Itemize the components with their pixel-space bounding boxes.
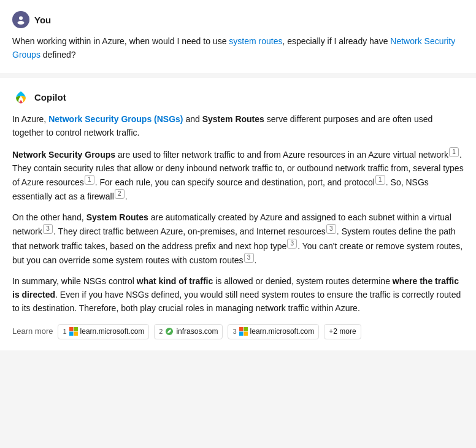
microsoft-icon-1 <box>69 327 78 336</box>
cite-3a[interactable]: 3 <box>43 224 53 234</box>
svg-rect-2 <box>69 327 74 331</box>
cite-1b[interactable]: 1 <box>85 175 94 185</box>
user-name: You <box>34 15 51 25</box>
copilot-para-2: Network Security Groups are used to filt… <box>12 147 464 204</box>
copilot-message-block: Copilot In Azure, Network Security Group… <box>0 78 476 350</box>
cite-1c[interactable]: 1 <box>375 175 385 185</box>
more-sources-label: +2 more <box>329 326 356 338</box>
svg-point-1 <box>18 21 25 25</box>
cite-2a[interactable]: 2 <box>115 189 125 199</box>
source-num-3: 3 <box>232 326 236 338</box>
learn-more-label: Learn more <box>12 325 53 338</box>
source-num-2: 2 <box>159 326 163 338</box>
cite-3d[interactable]: 3 <box>244 253 254 263</box>
copilot-message-header: Copilot <box>12 89 464 106</box>
copilot-response: In Azure, Network Security Groups (NSGs)… <box>12 112 464 339</box>
svg-rect-7 <box>239 327 244 331</box>
user-message-header: You <box>12 11 464 28</box>
svg-rect-9 <box>239 332 244 336</box>
copilot-para-4: In summary, while NSGs control what kind… <box>12 274 464 315</box>
copilot-avatar <box>12 89 29 106</box>
learn-more-bar: Learn more 1 learn.microsoft.com 2 <box>12 324 464 339</box>
cite-1a[interactable]: 1 <box>449 147 459 157</box>
source-domain-1: learn.microsoft.com <box>80 326 145 338</box>
cite-3c[interactable]: 3 <box>287 239 297 249</box>
svg-rect-5 <box>74 332 78 336</box>
microsoft-icon-3 <box>239 327 248 336</box>
more-sources-chip[interactable]: +2 more <box>324 324 361 339</box>
source-domain-2: infrasos.com <box>176 326 218 338</box>
user-message-block: You When working within in Azure, when w… <box>0 0 476 73</box>
copilot-para-3: On the other hand, System Routes are aut… <box>12 210 464 267</box>
question-text: When working within in Azure, when would… <box>12 36 455 60</box>
source-chip-3[interactable]: 3 learn.microsoft.com <box>228 324 319 339</box>
nsg-link-p1[interactable]: Network Security Groups (NSGs) <box>48 114 183 124</box>
source-chip-2[interactable]: 2 infrasos.com <box>154 324 223 339</box>
infrasos-icon <box>165 327 174 336</box>
source-domain-3: learn.microsoft.com <box>250 326 315 338</box>
copilot-para-1: In Azure, Network Security Groups (NSGs)… <box>12 112 464 140</box>
source-chip-1[interactable]: 1 learn.microsoft.com <box>58 324 149 339</box>
chat-container: You When working within in Azure, when w… <box>0 0 476 350</box>
svg-rect-10 <box>244 332 248 336</box>
svg-rect-8 <box>244 327 248 331</box>
user-avatar <box>12 11 29 28</box>
svg-point-0 <box>19 17 23 20</box>
svg-rect-4 <box>69 332 74 336</box>
source-num-1: 1 <box>63 326 66 338</box>
copilot-name: Copilot <box>34 92 66 102</box>
system-routes-link[interactable]: system routes <box>229 36 282 46</box>
user-question: When working within in Azure, when would… <box>12 34 464 62</box>
svg-rect-3 <box>74 327 78 331</box>
cite-3b[interactable]: 3 <box>326 224 336 234</box>
